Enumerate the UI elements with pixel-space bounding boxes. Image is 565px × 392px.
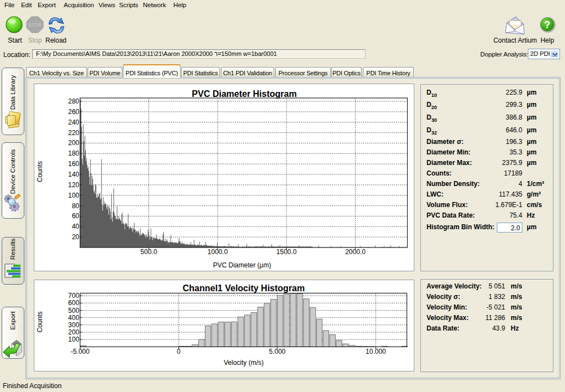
svg-text:600: 600 (68, 299, 79, 307)
svg-text:140: 140 (68, 171, 79, 178)
svg-text:Data Library: Data Library (9, 75, 16, 110)
svg-text:200: 200 (68, 328, 79, 336)
svg-text:20: 20 (72, 233, 80, 241)
svg-text:Velocity (m/s): Velocity (m/s) (224, 359, 264, 367)
svg-text:60: 60 (72, 212, 80, 220)
svg-text:280: 280 (68, 97, 79, 105)
svg-text:40: 40 (72, 223, 80, 230)
svg-text:100: 100 (68, 336, 79, 343)
svg-text:0: 0 (177, 348, 181, 355)
svg-text:STOP: STOP (28, 22, 42, 28)
svg-text:Channel1 Velocity Histogram: Channel1 Velocity Histogram (183, 283, 305, 293)
svg-text:400: 400 (68, 314, 79, 322)
svg-text:1500.0: 1500.0 (276, 248, 297, 256)
svg-text:100: 100 (68, 192, 79, 199)
svg-text:Counts: Counts (36, 311, 44, 332)
svg-text:120: 120 (68, 181, 79, 189)
svg-text:Counts: Counts (36, 161, 44, 182)
svg-text:300: 300 (68, 321, 79, 329)
svg-text:80: 80 (72, 202, 80, 210)
svg-text:Device Controls: Device Controls (9, 149, 16, 194)
svg-text:160: 160 (68, 160, 79, 168)
svg-text:Export: Export (9, 311, 16, 330)
svg-text:200: 200 (68, 139, 79, 147)
svg-text:700: 700 (68, 292, 79, 300)
svg-text:260: 260 (68, 108, 79, 116)
svg-text:PVC Diameter Histogram: PVC Diameter Histogram (192, 89, 296, 99)
svg-text:PVC Diameter (µm): PVC Diameter (µm) (213, 261, 271, 269)
svg-text:5.000: 5.000 (269, 348, 285, 355)
svg-text:220: 220 (68, 129, 79, 137)
svg-text:?: ? (545, 19, 551, 30)
svg-text:2000.0: 2000.0 (345, 248, 366, 256)
svg-text:Results: Results (9, 239, 16, 260)
svg-text:500.0: 500.0 (141, 248, 157, 256)
svg-text:500: 500 (68, 307, 79, 314)
svg-text:-5.000: -5.000 (71, 348, 90, 355)
svg-text:240: 240 (68, 118, 79, 126)
svg-text:10.000: 10.000 (366, 348, 386, 355)
svg-text:180: 180 (68, 149, 79, 157)
svg-text:1000.0: 1000.0 (208, 248, 228, 256)
